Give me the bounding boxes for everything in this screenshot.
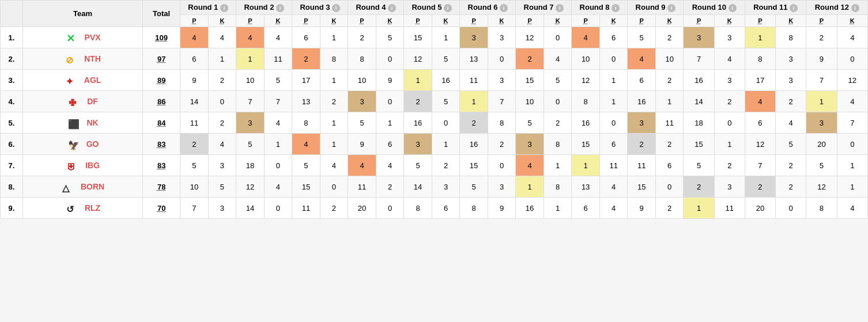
r11-p-NK: 6 — [745, 112, 775, 134]
r11-p-IBG: 7 — [745, 155, 775, 176]
r9-k-PVX: 2 — [655, 27, 684, 48]
r4-k-NTH: 0 — [376, 48, 404, 70]
r12-p-IBG: 5 — [806, 155, 837, 176]
r4-k-AGL: 9 — [376, 70, 404, 91]
r9-p-NTH: 4 — [628, 48, 656, 70]
r8-k-GO: 6 — [599, 134, 628, 155]
r1-p-NTH: 6 — [180, 48, 209, 70]
r12-p-RLZ: 8 — [806, 198, 837, 219]
r2-p-NTH: 1 — [236, 48, 265, 70]
r6-k-PVX: 3 — [488, 27, 516, 48]
r4-p-AGL: 10 — [348, 70, 376, 91]
r9-p-GO: 2 — [628, 134, 656, 155]
r1-k-RLZ: 3 — [208, 198, 236, 219]
r12-p-DF: 1 — [806, 91, 837, 112]
r7-k-NTH: 4 — [544, 48, 572, 70]
r1-p-BORN: 10 — [180, 176, 209, 198]
r8-p-IBG: 1 — [572, 155, 600, 176]
r1-p-IBG: 5 — [180, 155, 209, 176]
r12-p-PVX: 2 — [806, 27, 837, 48]
info-icon-r8[interactable]: i — [612, 4, 620, 12]
r8-k-PVX: 6 — [599, 27, 628, 48]
r10-k-BORN: 3 — [714, 176, 745, 198]
r1-k-PVX: 4 — [208, 27, 236, 48]
table-row: 2.⊘NTH9761111288012513024100410748390 — [1, 48, 868, 70]
r5-p-GO: 3 — [404, 134, 432, 155]
r12-k-BORN: 1 — [837, 176, 867, 198]
svg-text:🦅: 🦅 — [68, 140, 80, 151]
r7-p-GO: 3 — [516, 134, 544, 155]
rank-2: 2. — [1, 48, 23, 70]
table-row: 4.✙DF8614077132302517100811611424214 — [1, 91, 868, 112]
r6-p-NTH: 13 — [460, 48, 488, 70]
r2-k-PVX: 4 — [264, 27, 292, 48]
r1-p-AGL: 9 — [180, 70, 209, 91]
total-NK: 84 — [143, 112, 180, 134]
r3-p-PVX: 6 — [292, 27, 320, 48]
r4-k-DF: 0 — [376, 91, 404, 112]
svg-text:△: △ — [62, 183, 70, 193]
info-icon-r7[interactable]: i — [556, 4, 564, 12]
total-DF: 86 — [143, 91, 180, 112]
r8-k-RLZ: 4 — [599, 198, 628, 219]
r2-p-BORN: 12 — [236, 176, 265, 198]
round-3-p-header: P — [292, 15, 320, 27]
r6-k-GO: 2 — [488, 134, 516, 155]
r5-k-PVX: 1 — [432, 27, 460, 48]
info-icon-r4[interactable]: i — [388, 4, 396, 12]
info-icon-r3[interactable]: i — [332, 4, 340, 12]
r5-k-AGL: 16 — [432, 70, 460, 91]
r6-p-PVX: 3 — [460, 27, 488, 48]
r11-p-AGL: 17 — [745, 70, 775, 91]
info-icon-r12[interactable]: i — [851, 4, 859, 12]
r4-p-IBG: 4 — [348, 155, 376, 176]
round-4-k-header: K — [376, 15, 404, 27]
info-icon-r6[interactable]: i — [500, 4, 508, 12]
rank-4: 4. — [1, 91, 23, 112]
r10-k-NK: 0 — [714, 112, 745, 134]
r7-k-IBG: 1 — [544, 155, 572, 176]
r3-p-IBG: 5 — [292, 155, 320, 176]
r1-k-DF: 0 — [208, 91, 236, 112]
info-icon-r9[interactable]: i — [667, 4, 675, 12]
info-icon-r5[interactable]: i — [444, 4, 452, 12]
info-icon-r2[interactable]: i — [276, 4, 284, 12]
svg-text:⛨: ⛨ — [67, 162, 76, 172]
r12-k-NK: 7 — [837, 112, 867, 134]
r10-p-BORN: 2 — [684, 176, 714, 198]
info-icon-r10[interactable]: i — [729, 4, 737, 12]
r12-p-NK: 3 — [806, 112, 837, 134]
rank-7: 7. — [1, 155, 23, 176]
r1-k-NTH: 1 — [208, 48, 236, 70]
info-icon-r11[interactable]: i — [790, 4, 798, 12]
r5-p-AGL: 1 — [404, 70, 432, 91]
r9-p-IBG: 11 — [628, 155, 656, 176]
r12-p-AGL: 7 — [806, 70, 837, 91]
r10-p-NK: 18 — [684, 112, 714, 134]
r12-p-NTH: 9 — [806, 48, 837, 70]
r10-k-PVX: 3 — [714, 27, 745, 48]
r8-p-RLZ: 6 — [572, 198, 600, 219]
r8-p-NTH: 10 — [572, 48, 600, 70]
info-icon-r1[interactable]: i — [220, 4, 228, 12]
rank-header — [1, 1, 23, 27]
r5-p-BORN: 14 — [404, 176, 432, 198]
r2-p-IBG: 18 — [236, 155, 265, 176]
rank-5: 5. — [1, 112, 23, 134]
r11-k-BORN: 2 — [776, 176, 806, 198]
round-5-p-header: P — [404, 15, 432, 27]
round-10-k-header: K — [714, 15, 745, 27]
round-header-9: Round 9 i — [628, 1, 684, 15]
round-2-k-header: K — [264, 15, 292, 27]
r8-k-AGL: 1 — [599, 70, 628, 91]
r10-p-DF: 14 — [684, 91, 714, 112]
r1-k-BORN: 5 — [208, 176, 236, 198]
round-header-6: Round 6 i — [460, 1, 516, 15]
r8-k-NK: 0 — [599, 112, 628, 134]
rank-9: 9. — [1, 198, 23, 219]
round-9-p-header: P — [628, 15, 656, 27]
r2-k-AGL: 5 — [264, 70, 292, 91]
r7-p-NK: 5 — [516, 112, 544, 134]
rank-6: 6. — [1, 134, 23, 155]
r4-k-NK: 1 — [376, 112, 404, 134]
